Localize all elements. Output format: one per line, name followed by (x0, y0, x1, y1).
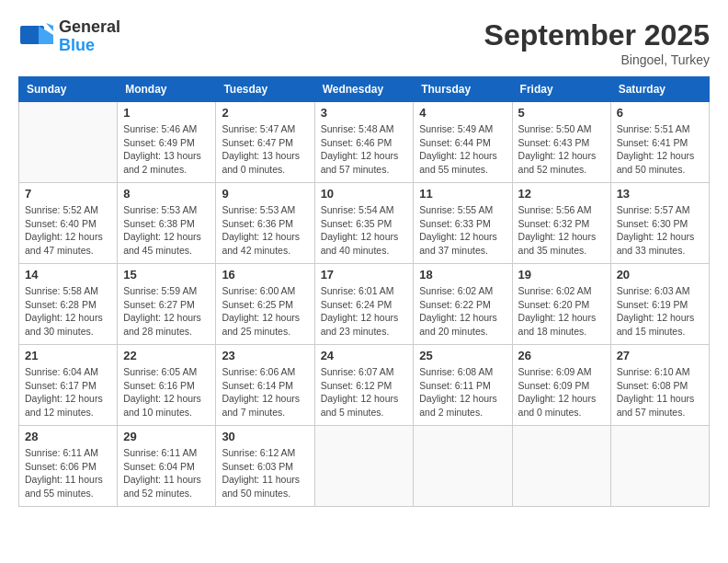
calendar-body: 1Sunrise: 5:46 AMSunset: 6:49 PMDaylight… (19, 102, 710, 507)
day-info: Sunrise: 6:02 AMSunset: 6:22 PMDaylight:… (419, 284, 506, 339)
day-number: 23 (222, 349, 308, 362)
page-header: General Blue September 2025 Bingoel, Tur… (18, 18, 710, 67)
day-number: 20 (617, 268, 703, 282)
calendar-table: SundayMondayTuesdayWednesdayThursdayFrid… (18, 76, 710, 507)
day-info: Sunrise: 5:56 AMSunset: 6:32 PMDaylight:… (518, 203, 605, 258)
day-info: Sunrise: 5:47 AMSunset: 6:47 PMDaylight:… (222, 122, 308, 177)
calendar-cell: 26Sunrise: 6:09 AMSunset: 6:09 PMDayligh… (512, 345, 610, 426)
day-info: Sunrise: 5:53 AMSunset: 6:38 PMDaylight:… (123, 203, 210, 258)
calendar-cell: 5Sunrise: 5:50 AMSunset: 6:43 PMDaylight… (512, 102, 610, 183)
calendar-cell: 29Sunrise: 6:11 AMSunset: 6:04 PMDayligh… (118, 426, 216, 507)
week-row-2: 7Sunrise: 5:52 AMSunset: 6:40 PMDaylight… (19, 183, 710, 264)
day-info: Sunrise: 5:46 AMSunset: 6:49 PMDaylight:… (123, 122, 210, 177)
calendar-cell: 18Sunrise: 6:02 AMSunset: 6:22 PMDayligh… (414, 264, 512, 345)
calendar-cell: 28Sunrise: 6:11 AMSunset: 6:06 PMDayligh… (19, 426, 118, 507)
day-info: Sunrise: 6:09 AMSunset: 6:09 PMDaylight:… (518, 365, 605, 419)
day-number: 8 (123, 187, 210, 201)
day-info: Sunrise: 5:48 AMSunset: 6:46 PMDaylight:… (321, 122, 408, 177)
day-number: 3 (321, 106, 408, 120)
day-info: Sunrise: 5:59 AMSunset: 6:27 PMDaylight:… (123, 284, 210, 339)
day-number: 11 (419, 187, 506, 201)
day-info: Sunrise: 6:06 AMSunset: 6:14 PMDaylight:… (222, 365, 308, 419)
header-day-saturday: Saturday (610, 77, 709, 102)
day-number: 30 (222, 430, 308, 443)
calendar-cell: 14Sunrise: 5:58 AMSunset: 6:28 PMDayligh… (19, 264, 118, 345)
calendar-cell: 20Sunrise: 6:03 AMSunset: 6:19 PMDayligh… (610, 264, 709, 345)
day-number: 2 (222, 106, 308, 120)
calendar-cell: 30Sunrise: 6:12 AMSunset: 6:03 PMDayligh… (216, 426, 314, 507)
calendar-cell (314, 426, 414, 507)
day-number: 12 (518, 187, 605, 201)
month-title: September 2025 (484, 18, 710, 52)
calendar-cell: 27Sunrise: 6:10 AMSunset: 6:08 PMDayligh… (610, 345, 709, 426)
calendar-cell (610, 426, 709, 507)
day-number: 18 (419, 268, 506, 282)
day-info: Sunrise: 5:53 AMSunset: 6:36 PMDaylight:… (222, 203, 308, 258)
day-info: Sunrise: 5:57 AMSunset: 6:30 PMDaylight:… (617, 203, 703, 258)
day-info: Sunrise: 6:00 AMSunset: 6:25 PMDaylight:… (222, 284, 308, 339)
day-number: 1 (123, 106, 210, 120)
calendar-cell: 12Sunrise: 5:56 AMSunset: 6:32 PMDayligh… (512, 183, 610, 264)
calendar-cell: 3Sunrise: 5:48 AMSunset: 6:46 PMDaylight… (314, 102, 414, 183)
day-info: Sunrise: 6:01 AMSunset: 6:24 PMDaylight:… (321, 284, 408, 339)
day-number: 17 (321, 268, 408, 282)
day-info: Sunrise: 5:50 AMSunset: 6:43 PMDaylight:… (518, 122, 605, 177)
day-number: 5 (518, 106, 605, 120)
day-number: 14 (25, 268, 111, 282)
day-info: Sunrise: 6:05 AMSunset: 6:16 PMDaylight:… (123, 365, 210, 419)
logo-icon (18, 18, 55, 55)
day-info: Sunrise: 6:03 AMSunset: 6:19 PMDaylight:… (617, 284, 703, 339)
day-number: 27 (617, 349, 703, 362)
calendar-cell: 9Sunrise: 5:53 AMSunset: 6:36 PMDaylight… (216, 183, 314, 264)
calendar-cell: 24Sunrise: 6:07 AMSunset: 6:12 PMDayligh… (314, 345, 414, 426)
day-number: 21 (25, 349, 111, 362)
week-row-4: 21Sunrise: 6:04 AMSunset: 6:17 PMDayligh… (19, 345, 710, 426)
day-info: Sunrise: 5:51 AMSunset: 6:41 PMDaylight:… (617, 122, 703, 177)
day-number: 29 (123, 430, 210, 443)
logo: General Blue (18, 18, 120, 55)
day-number: 26 (518, 349, 605, 362)
calendar-cell: 22Sunrise: 6:05 AMSunset: 6:16 PMDayligh… (118, 345, 216, 426)
logo-general: General (59, 18, 120, 37)
header-day-friday: Friday (512, 77, 610, 102)
calendar-cell: 15Sunrise: 5:59 AMSunset: 6:27 PMDayligh… (118, 264, 216, 345)
calendar-cell: 21Sunrise: 6:04 AMSunset: 6:17 PMDayligh… (19, 345, 118, 426)
header-day-monday: Monday (118, 77, 216, 102)
calendar-cell: 13Sunrise: 5:57 AMSunset: 6:30 PMDayligh… (610, 183, 709, 264)
calendar-cell (414, 426, 512, 507)
calendar-cell: 11Sunrise: 5:55 AMSunset: 6:33 PMDayligh… (414, 183, 512, 264)
location: Bingoel, Turkey (484, 52, 710, 67)
day-info: Sunrise: 6:04 AMSunset: 6:17 PMDaylight:… (25, 365, 111, 419)
logo-text: General Blue (59, 18, 120, 55)
calendar-cell: 7Sunrise: 5:52 AMSunset: 6:40 PMDaylight… (19, 183, 118, 264)
day-number: 9 (222, 187, 308, 201)
day-info: Sunrise: 6:10 AMSunset: 6:08 PMDaylight:… (617, 365, 703, 419)
day-info: Sunrise: 6:02 AMSunset: 6:20 PMDaylight:… (518, 284, 605, 339)
calendar-cell: 4Sunrise: 5:49 AMSunset: 6:44 PMDaylight… (414, 102, 512, 183)
day-info: Sunrise: 5:55 AMSunset: 6:33 PMDaylight:… (419, 203, 506, 258)
calendar-cell: 6Sunrise: 5:51 AMSunset: 6:41 PMDaylight… (610, 102, 709, 183)
calendar-cell: 10Sunrise: 5:54 AMSunset: 6:35 PMDayligh… (314, 183, 414, 264)
calendar-cell: 17Sunrise: 6:01 AMSunset: 6:24 PMDayligh… (314, 264, 414, 345)
day-number: 15 (123, 268, 210, 282)
week-row-1: 1Sunrise: 5:46 AMSunset: 6:49 PMDaylight… (19, 102, 710, 183)
day-number: 19 (518, 268, 605, 282)
day-number: 13 (617, 187, 703, 201)
calendar-cell (512, 426, 610, 507)
logo-blue: Blue (59, 37, 120, 55)
calendar-cell: 25Sunrise: 6:08 AMSunset: 6:11 PMDayligh… (414, 345, 512, 426)
calendar-cell: 1Sunrise: 5:46 AMSunset: 6:49 PMDaylight… (118, 102, 216, 183)
day-info: Sunrise: 6:11 AMSunset: 6:04 PMDaylight:… (123, 446, 210, 500)
day-number: 10 (321, 187, 408, 201)
day-number: 25 (419, 349, 506, 362)
day-info: Sunrise: 6:11 AMSunset: 6:06 PMDaylight:… (25, 446, 111, 500)
calendar-cell: 2Sunrise: 5:47 AMSunset: 6:47 PMDaylight… (216, 102, 314, 183)
day-info: Sunrise: 6:07 AMSunset: 6:12 PMDaylight:… (321, 365, 408, 419)
day-info: Sunrise: 6:08 AMSunset: 6:11 PMDaylight:… (419, 365, 506, 419)
header-day-tuesday: Tuesday (216, 77, 314, 102)
day-number: 6 (617, 106, 703, 120)
calendar-cell: 8Sunrise: 5:53 AMSunset: 6:38 PMDaylight… (118, 183, 216, 264)
day-info: Sunrise: 6:12 AMSunset: 6:03 PMDaylight:… (222, 446, 308, 500)
calendar-cell: 16Sunrise: 6:00 AMSunset: 6:25 PMDayligh… (216, 264, 314, 345)
day-info: Sunrise: 5:52 AMSunset: 6:40 PMDaylight:… (25, 203, 111, 258)
